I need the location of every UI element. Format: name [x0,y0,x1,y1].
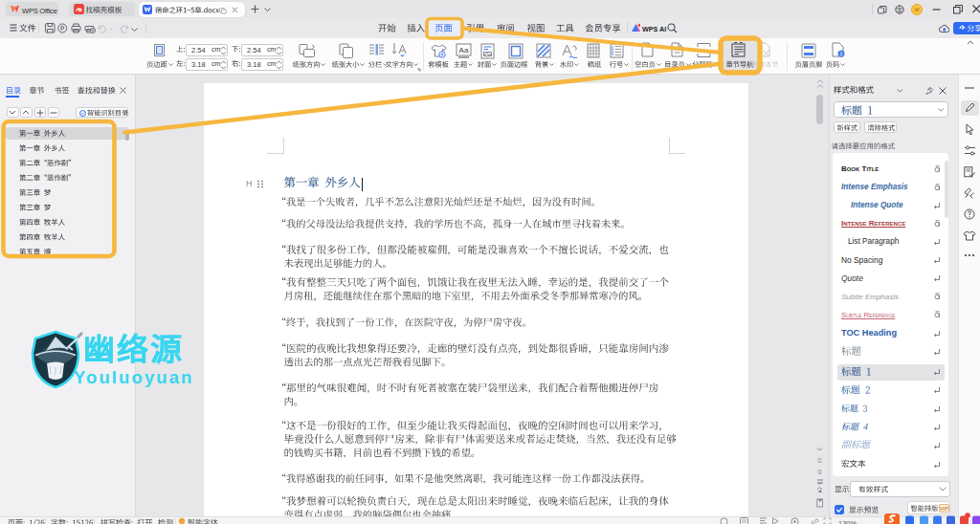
svg-text:Aa: Aa [459,46,469,55]
svg-text:1: 1 [840,51,843,56]
svg-text:W: W [915,7,920,12]
svg-text:0: 0 [818,469,822,475]
